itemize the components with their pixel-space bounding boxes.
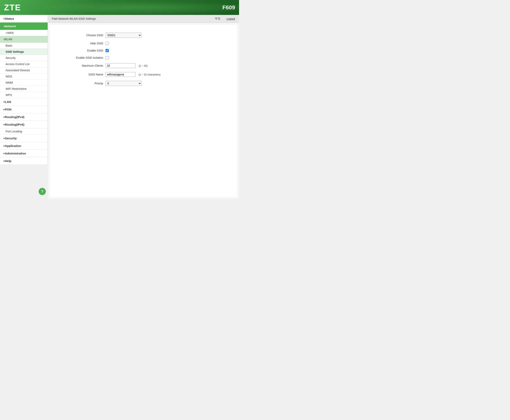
- sidebar-item-help[interactable]: +Help: [0, 157, 48, 165]
- enable-ssid-label: Enable SSID: [62, 49, 106, 52]
- priority-label: Priority: [62, 82, 106, 85]
- header: ZTE F609: [0, 0, 239, 15]
- model-label: F609: [222, 4, 235, 11]
- priority-control: 0 1 2 3 4 5 6 7: [106, 81, 141, 86]
- choose-ssid-label: Choose SSID: [62, 34, 106, 37]
- enable-ssid-checkbox[interactable]: [106, 49, 109, 52]
- isolation-label: Enable SSID Isolation: [62, 56, 106, 59]
- sidebar-item-wlan[interactable]: -WLAN: [0, 36, 48, 43]
- logout-button[interactable]: Logout: [226, 17, 235, 20]
- priority-select[interactable]: 0 1 2 3 4 5 6 7: [106, 81, 141, 86]
- sidebar-item-wan[interactable]: +WAN: [0, 30, 48, 36]
- ssid-name-control: (1 ~ 32 characters): [106, 72, 160, 77]
- sidebar-item-acl[interactable]: Access Control List: [0, 61, 48, 67]
- max-clients-hint: (1 ~ 32): [139, 64, 148, 67]
- breadcrumb: Path:Network-WLAN-SSID Settings: [52, 17, 96, 20]
- sidebar-item-network[interactable]: -Network: [0, 22, 48, 30]
- main-content: Path:Network-WLAN-SSID Settings 中文 Logou…: [48, 15, 239, 199]
- ssid-name-input[interactable]: [106, 72, 135, 77]
- ssid-name-row: SSID Name (1 ~ 32 characters): [62, 72, 225, 77]
- ssid-name-label: SSID Name: [62, 73, 106, 76]
- sidebar-item-associated[interactable]: Associated Devices: [0, 67, 48, 74]
- sidebar: +Status -Network +WAN -WLAN Basic SSID S…: [0, 15, 48, 199]
- logo: ZTE: [4, 3, 21, 12]
- isolation-control: [106, 56, 109, 59]
- help-button[interactable]: ?: [39, 188, 46, 195]
- hide-ssid-control: [106, 42, 109, 45]
- sidebar-item-security[interactable]: Security: [0, 55, 48, 61]
- lang-button[interactable]: 中文: [215, 17, 221, 21]
- sidebar-nav: +Status -Network +WAN -WLAN Basic SSID S…: [0, 15, 48, 165]
- priority-row: Priority 0 1 2 3 4 5 6 7: [62, 81, 225, 86]
- sidebar-item-administration[interactable]: +Administration: [0, 150, 48, 157]
- isolation-row: Enable SSID Isolation: [62, 56, 225, 59]
- hide-ssid-label: Hide SSID: [62, 42, 106, 45]
- sidebar-item-lan[interactable]: +LAN: [0, 98, 48, 106]
- sidebar-item-ssid-settings[interactable]: SSID Settings: [0, 49, 48, 55]
- choose-ssid-select[interactable]: SSID1 SSID2 SSID3 SSID4: [106, 33, 141, 38]
- sidebar-item-routing-ipv4[interactable]: +Routing(IPv4): [0, 113, 48, 121]
- max-clients-row: Maximum Clients (1 ~ 32): [62, 63, 225, 68]
- choose-ssid-row: Choose SSID SSID1 SSID2 SSID3 SSID4: [62, 33, 225, 38]
- sidebar-item-routing-ipv6[interactable]: +Routing(IPv6): [0, 121, 48, 128]
- choose-ssid-control: SSID1 SSID2 SSID3 SSID4: [106, 33, 141, 38]
- main-layout: +Status -Network +WAN -WLAN Basic SSID S…: [0, 15, 239, 199]
- sidebar-item-status[interactable]: +Status: [0, 15, 48, 22]
- hide-ssid-row: Hide SSID: [62, 42, 225, 45]
- hide-ssid-checkbox[interactable]: [106, 42, 109, 45]
- sidebar-item-port-locating[interactable]: Port Locating: [0, 128, 48, 135]
- sidebar-item-sec-section[interactable]: +Security: [0, 135, 48, 142]
- sidebar-item-wps[interactable]: WPS: [0, 92, 48, 98]
- sidebar-item-wifi-restrictions[interactable]: WiFi Restrictions: [0, 86, 48, 92]
- max-clients-input[interactable]: [106, 63, 135, 68]
- form-area: Choose SSID SSID1 SSID2 SSID3 SSID4 Hide…: [50, 25, 237, 197]
- max-clients-label: Maximum Clients: [62, 64, 106, 67]
- sidebar-item-basic[interactable]: Basic: [0, 43, 48, 49]
- breadcrumb-bar: Path:Network-WLAN-SSID Settings 中文 Logou…: [48, 15, 239, 23]
- sidebar-item-wmm[interactable]: WMM: [0, 80, 48, 86]
- sidebar-item-application[interactable]: +Application: [0, 142, 48, 150]
- enable-ssid-control: [106, 49, 109, 52]
- isolation-checkbox[interactable]: [106, 56, 109, 59]
- enable-ssid-row: Enable SSID: [62, 49, 225, 52]
- sidebar-item-wds[interactable]: WDS: [0, 74, 48, 80]
- ssid-name-hint: (1 ~ 32 characters): [139, 73, 160, 76]
- breadcrumb-actions: 中文 Logout: [215, 17, 235, 21]
- sidebar-item-pon[interactable]: +PON: [0, 106, 48, 113]
- max-clients-control: (1 ~ 32): [106, 63, 148, 68]
